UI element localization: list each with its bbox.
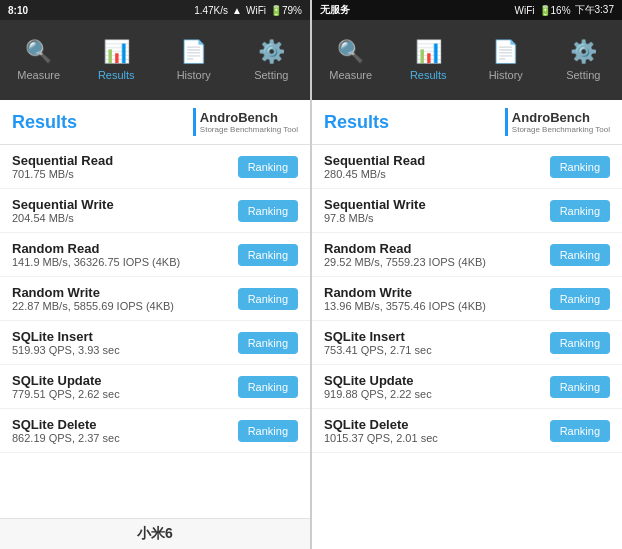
right-nav-measure[interactable]: 🔍 Measure (316, 31, 386, 89)
table-row: SQLite Update 919.88 QPS, 2.22 sec Ranki… (312, 365, 622, 409)
left-logo-main: AndroBench (200, 110, 298, 125)
table-row: Random Write 13.96 MB/s, 3575.46 IOPS (4… (312, 277, 622, 321)
right-nav-history[interactable]: 📄 History (471, 31, 541, 89)
left-nav-measure-label: Measure (17, 69, 60, 81)
right-sqlite-update-info: SQLite Update 919.88 QPS, 2.22 sec (324, 373, 432, 400)
left-nav-setting[interactable]: ⚙️ Setting (236, 31, 306, 89)
left-footer-label: 小米6 (0, 518, 310, 549)
table-row: Sequential Write 97.8 MB/s Ranking (312, 189, 622, 233)
left-seq-read-name: Sequential Read (12, 153, 113, 168)
right-benchmark-list: Sequential Read 280.45 MB/s Ranking Sequ… (312, 145, 622, 549)
left-results-header: Results AndroBench Storage Benchmarking … (0, 100, 310, 145)
table-row: SQLite Update 779.51 QPS, 2.62 sec Ranki… (0, 365, 310, 409)
right-status-icons: WiFi 🔋16% 下午3:37 (515, 3, 614, 17)
right-sqlite-update-value: 919.88 QPS, 2.22 sec (324, 388, 432, 400)
right-sqlite-update-name: SQLite Update (324, 373, 432, 388)
left-rand-write-info: Random Write 22.87 MB/s, 5855.69 IOPS (4… (12, 285, 174, 312)
left-sqlite-update-name: SQLite Update (12, 373, 120, 388)
left-sqlite-insert-value: 519.93 QPS, 3.93 sec (12, 344, 120, 356)
left-sqlite-delete-ranking[interactable]: Ranking (238, 420, 298, 442)
left-nav-history-label: History (177, 69, 211, 81)
left-rand-write-name: Random Write (12, 285, 174, 300)
right-results-header: Results AndroBench Storage Benchmarking … (312, 100, 622, 145)
right-rand-read-info: Random Read 29.52 MB/s, 7559.23 IOPS (4K… (324, 241, 486, 268)
left-sqlite-insert-ranking[interactable]: Ranking (238, 332, 298, 354)
right-nav-setting-label: Setting (566, 69, 600, 81)
left-panel: 8:10 1.47K/s ▲ WiFi 🔋79% 🔍 Measure 📊 Res… (0, 0, 311, 549)
right-rand-read-ranking[interactable]: Ranking (550, 244, 610, 266)
right-seq-write-info: Sequential Write 97.8 MB/s (324, 197, 426, 224)
right-seq-read-ranking[interactable]: Ranking (550, 156, 610, 178)
right-seq-read-info: Sequential Read 280.45 MB/s (324, 153, 425, 180)
left-seq-write-info: Sequential Write 204.54 MB/s (12, 197, 114, 224)
right-nav-results-label: Results (410, 69, 447, 81)
left-sqlite-delete-value: 862.19 QPS, 2.37 sec (12, 432, 120, 444)
left-results-title: Results (12, 112, 77, 133)
right-time: 无服务 (320, 3, 350, 17)
left-nav-history[interactable]: 📄 History (159, 31, 229, 89)
right-logo-text: AndroBench Storage Benchmarking Tool (512, 110, 610, 134)
right-logo-bar (505, 108, 508, 136)
right-sqlite-insert-ranking[interactable]: Ranking (550, 332, 610, 354)
left-sqlite-update-ranking[interactable]: Ranking (238, 376, 298, 398)
left-time: 8:10 (8, 5, 28, 16)
table-row: Sequential Write 204.54 MB/s Ranking (0, 189, 310, 233)
right-rand-read-name: Random Read (324, 241, 486, 256)
left-rand-write-ranking[interactable]: Ranking (238, 288, 298, 310)
right-seq-read-name: Sequential Read (324, 153, 425, 168)
right-rand-write-info: Random Write 13.96 MB/s, 3575.46 IOPS (4… (324, 285, 486, 312)
table-row: Random Write 22.87 MB/s, 5855.69 IOPS (4… (0, 277, 310, 321)
left-benchmark-list: Sequential Read 701.75 MB/s Ranking Sequ… (0, 145, 310, 518)
table-row: SQLite Delete 1015.37 QPS, 2.01 sec Rank… (312, 409, 622, 453)
left-androbench-logo: AndroBench Storage Benchmarking Tool (193, 108, 298, 136)
right-sqlite-update-ranking[interactable]: Ranking (550, 376, 610, 398)
left-logo-bar (193, 108, 196, 136)
right-results-icon: 📊 (415, 39, 442, 65)
right-seq-write-ranking[interactable]: Ranking (550, 200, 610, 222)
table-row: Random Read 141.9 MB/s, 36326.75 IOPS (4… (0, 233, 310, 277)
right-rand-read-value: 29.52 MB/s, 7559.23 IOPS (4KB) (324, 256, 486, 268)
left-nav-results[interactable]: 📊 Results (81, 31, 151, 89)
left-sqlite-insert-info: SQLite Insert 519.93 QPS, 3.93 sec (12, 329, 120, 356)
right-nav-results[interactable]: 📊 Results (393, 31, 463, 89)
right-setting-icon: ⚙️ (570, 39, 597, 65)
right-results-title: Results (324, 112, 389, 133)
left-sqlite-insert-name: SQLite Insert (12, 329, 120, 344)
left-rand-read-ranking[interactable]: Ranking (238, 244, 298, 266)
right-panel: 无服务 WiFi 🔋16% 下午3:37 🔍 Measure 📊 Results… (311, 0, 622, 549)
left-sqlite-delete-name: SQLite Delete (12, 417, 120, 432)
right-sqlite-insert-info: SQLite Insert 753.41 QPS, 2.71 sec (324, 329, 432, 356)
right-content: Results AndroBench Storage Benchmarking … (312, 100, 622, 549)
right-battery-icon: 🔋16% (539, 5, 571, 16)
right-rand-write-value: 13.96 MB/s, 3575.46 IOPS (4KB) (324, 300, 486, 312)
left-status-icons: 1.47K/s ▲ WiFi 🔋79% (194, 5, 302, 16)
left-nav-measure[interactable]: 🔍 Measure (4, 31, 74, 89)
left-seq-read-ranking[interactable]: Ranking (238, 156, 298, 178)
right-nav-setting[interactable]: ⚙️ Setting (548, 31, 618, 89)
left-seq-read-value: 701.75 MB/s (12, 168, 113, 180)
table-row: SQLite Insert 519.93 QPS, 3.93 sec Ranki… (0, 321, 310, 365)
right-clock: 下午3:37 (575, 3, 614, 17)
right-logo-main: AndroBench (512, 110, 610, 125)
left-seq-write-ranking[interactable]: Ranking (238, 200, 298, 222)
network-speed-icon: 1.47K/s (194, 5, 228, 16)
right-nav-measure-label: Measure (329, 69, 372, 81)
right-nav-bar: 🔍 Measure 📊 Results 📄 History ⚙️ Setting (312, 20, 622, 100)
right-logo-sub: Storage Benchmarking Tool (512, 125, 610, 134)
right-rand-write-ranking[interactable]: Ranking (550, 288, 610, 310)
table-row: Sequential Read 701.75 MB/s Ranking (0, 145, 310, 189)
signal-icon: ▲ (232, 5, 242, 16)
left-seq-write-value: 204.54 MB/s (12, 212, 114, 224)
left-rand-read-info: Random Read 141.9 MB/s, 36326.75 IOPS (4… (12, 241, 180, 268)
left-nav-bar: 🔍 Measure 📊 Results 📄 History ⚙️ Setting (0, 20, 310, 100)
right-sqlite-delete-ranking[interactable]: Ranking (550, 420, 610, 442)
right-sqlite-delete-value: 1015.37 QPS, 2.01 sec (324, 432, 438, 444)
right-seq-read-value: 280.45 MB/s (324, 168, 425, 180)
right-seq-write-value: 97.8 MB/s (324, 212, 426, 224)
left-sqlite-update-value: 779.51 QPS, 2.62 sec (12, 388, 120, 400)
left-logo-text: AndroBench Storage Benchmarking Tool (200, 110, 298, 134)
right-wifi-icon: WiFi (515, 5, 535, 16)
measure-icon: 🔍 (25, 39, 52, 65)
history-icon: 📄 (180, 39, 207, 65)
table-row: Sequential Read 280.45 MB/s Ranking (312, 145, 622, 189)
